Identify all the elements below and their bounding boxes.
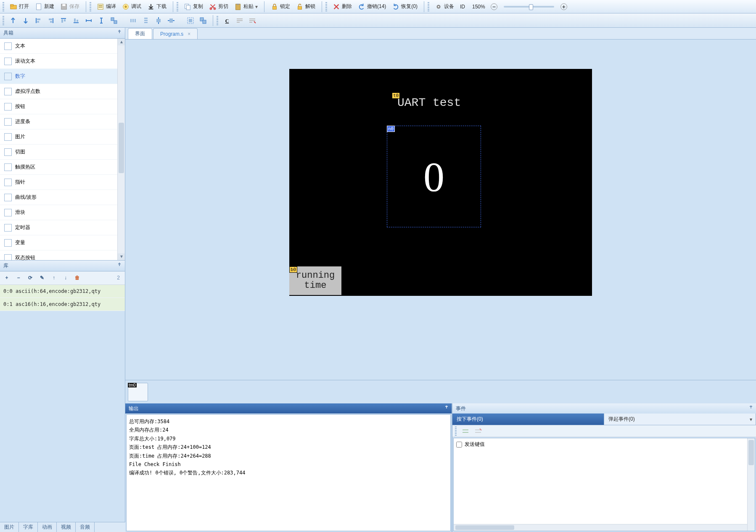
send-key-checkbox[interactable]: 发送键值 xyxy=(456,441,752,448)
cut-button[interactable]: 剪切 xyxy=(206,1,231,13)
id-button[interactable]: ID xyxy=(457,1,468,13)
tab-design[interactable]: 界面 xyxy=(128,28,152,39)
scroll-thumb[interactable] xyxy=(455,525,514,530)
text-component[interactable]: UART test xyxy=(397,96,461,109)
lock-button[interactable]: 锁定 xyxy=(268,1,293,13)
scroll-thumb[interactable] xyxy=(748,440,754,465)
toolbox-item[interactable]: 定时器 xyxy=(0,220,125,235)
lib-list[interactable]: 0:0 ascii(h:64,encode:gb2312,qty0:1 asc1… xyxy=(0,285,125,311)
toolbox-item[interactable]: 滑块 xyxy=(0,205,125,220)
zoom-in-button[interactable]: + xyxy=(558,1,570,13)
resource-tab[interactable]: 动画 xyxy=(38,522,57,532)
design-canvas[interactable]: t0 UART test n0 0 b0 runningtime xyxy=(125,40,756,380)
tab-program[interactable]: Program.s× xyxy=(153,28,198,39)
comment-icon[interactable] xyxy=(461,427,470,436)
align-bottom-icon[interactable] xyxy=(71,16,81,25)
center-h-icon[interactable] xyxy=(154,16,163,25)
zoom-slider[interactable] xyxy=(504,6,554,8)
group-icon[interactable] xyxy=(186,16,195,25)
same-width-icon[interactable] xyxy=(84,16,93,25)
ungroup-icon[interactable] xyxy=(198,16,208,25)
resource-tab[interactable]: 图片 xyxy=(0,522,19,532)
zoom-out-button[interactable]: − xyxy=(488,1,500,13)
close-icon[interactable]: × xyxy=(188,31,190,37)
download-button[interactable]: 下载 xyxy=(144,1,169,13)
paste-button[interactable]: 粘贴▾ xyxy=(231,1,261,13)
toolbox-item[interactable]: 进度条 xyxy=(0,114,125,129)
toolbox-item[interactable]: 虚拟浮点数 xyxy=(0,84,125,99)
arrow-up-icon[interactable] xyxy=(8,16,18,25)
toolbox-item[interactable]: 变量 xyxy=(0,235,125,250)
dropdown-icon[interactable]: ▾ xyxy=(255,4,258,10)
align-right-icon[interactable] xyxy=(46,16,56,25)
new-button[interactable]: 新建 xyxy=(32,1,57,13)
toolbox-item[interactable]: 文本 xyxy=(0,39,125,54)
device-screen[interactable]: t0 UART test n0 0 b0 runningtime xyxy=(289,69,592,296)
pin-icon[interactable] xyxy=(116,262,122,268)
uncomment-icon[interactable] xyxy=(473,427,483,436)
scrollbar-y[interactable]: ▴ ▾ xyxy=(117,39,125,260)
same-size-icon[interactable] xyxy=(109,16,119,25)
resource-tab[interactable]: 字库 xyxy=(19,522,38,532)
align-left-icon[interactable] xyxy=(34,16,43,25)
debug-button[interactable]: 调试 xyxy=(119,1,144,13)
delete-button[interactable]: 删除 xyxy=(330,1,355,13)
pin-icon[interactable] xyxy=(748,405,753,410)
toolbox-item[interactable]: 指针 xyxy=(0,175,125,190)
device-button[interactable]: 设备 xyxy=(432,1,457,13)
dist-h-icon[interactable] xyxy=(129,16,138,25)
uncomment-icon[interactable] xyxy=(248,16,257,25)
center-v-icon[interactable] xyxy=(167,16,176,25)
compile-button[interactable]: 编译 xyxy=(94,1,119,13)
move-down-button[interactable]: ↓ xyxy=(61,274,70,282)
dist-v-icon[interactable] xyxy=(141,16,151,25)
same-height-icon[interactable] xyxy=(97,16,106,25)
component-chip-tm0[interactable]: tm0 xyxy=(128,383,148,401)
number-component[interactable]: 0 xyxy=(387,126,481,227)
align-top-icon[interactable] xyxy=(59,16,68,25)
lib-row[interactable]: 0:0 ascii(h:64,encode:gb2312,qty xyxy=(0,285,125,298)
scroll-thumb[interactable] xyxy=(119,123,124,173)
component-tag-n0[interactable]: n0 xyxy=(387,126,395,132)
dropdown-icon[interactable]: ▾ xyxy=(750,416,752,422)
resource-tab[interactable]: 音频 xyxy=(76,522,95,532)
save-button[interactable]: 保存 xyxy=(57,1,82,13)
event-code-area[interactable]: 发送键值 xyxy=(453,438,755,531)
undo-button[interactable]: 撤销(14) xyxy=(355,1,389,13)
trash-button[interactable]: 🗑 xyxy=(73,274,82,282)
slider-thumb-icon[interactable] xyxy=(529,4,533,10)
scroll-down-icon[interactable]: ▾ xyxy=(118,253,125,260)
toolbox-item[interactable]: 切图 xyxy=(0,145,125,160)
open-button[interactable]: 打开 xyxy=(7,1,32,13)
edit-button[interactable]: ✎ xyxy=(38,274,46,282)
underline-button[interactable]: C xyxy=(222,16,232,25)
checkbox-input[interactable] xyxy=(456,442,462,448)
component-tag-b0[interactable]: b0 xyxy=(289,266,297,273)
pin-icon[interactable] xyxy=(116,29,122,35)
scroll-up-icon[interactable]: ▴ xyxy=(118,39,125,45)
copy-button[interactable]: 复制 xyxy=(181,1,206,13)
toolbox-item[interactable]: 图片 xyxy=(0,129,125,145)
arrow-down-icon[interactable] xyxy=(21,16,30,25)
resource-tab[interactable]: 视频 xyxy=(57,522,76,532)
pin-icon[interactable] xyxy=(444,405,449,410)
toolbox-list[interactable]: 文本滚动文本数字虚拟浮点数按钮进度条图片切图触摸热区指针曲线/波形滑块定时器变量… xyxy=(0,39,125,261)
toolbox-item[interactable]: 曲线/波形 xyxy=(0,190,125,205)
tab-release-event[interactable]: 弹起事件(0)▾ xyxy=(604,413,756,425)
redo-button[interactable]: 恢复(0) xyxy=(389,1,420,13)
toolbox-item[interactable]: 触摸热区 xyxy=(0,160,125,175)
refresh-button[interactable]: ⟳ xyxy=(26,274,34,282)
toolbox-item[interactable]: 双态按钮 xyxy=(0,250,125,261)
toolbox-item[interactable]: 数字 xyxy=(0,69,125,84)
scrollbar-y[interactable] xyxy=(747,438,755,531)
scrollbar-x[interactable] xyxy=(454,524,747,531)
remove-button[interactable]: − xyxy=(14,274,23,282)
toolbox-item[interactable]: 滚动文本 xyxy=(0,54,125,69)
lib-row[interactable]: 0:1 asc16(h:16,encode:gb2312,qty xyxy=(0,298,125,311)
unlock-button[interactable]: 解锁 xyxy=(293,1,318,13)
output-text[interactable]: 总可用内存:3584全局内存占用:24字库总大小:19,079页面:test 占… xyxy=(126,414,451,531)
toolbox-item[interactable]: 按钮 xyxy=(0,99,125,114)
component-tag-t0[interactable]: t0 xyxy=(392,92,400,99)
add-button[interactable]: + xyxy=(3,274,11,282)
tab-press-event[interactable]: 按下事件(0) xyxy=(452,413,604,425)
